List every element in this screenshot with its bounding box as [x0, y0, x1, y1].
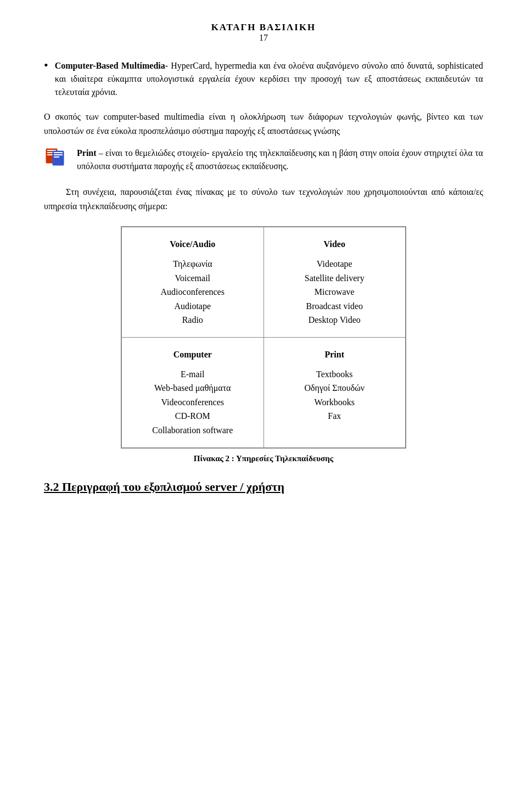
- list-item: Microwave: [275, 285, 395, 299]
- bullet-dot: •: [44, 57, 48, 74]
- list-item: Workbooks: [275, 395, 395, 410]
- svg-rect-7: [54, 156, 59, 158]
- table-caption: Πίνακας 2 : Υπηρεσίες Τηλεκπαίδευσης: [44, 454, 483, 463]
- list-item: Web-based μαθήματα: [133, 381, 253, 395]
- list-item: Videotape: [275, 257, 395, 271]
- print-term: Print: [77, 148, 97, 158]
- page-header: ΚΑΤΑΓΗ ΒΑΣΙΛΙΚΗ 17: [44, 22, 483, 43]
- video-items: Videotape Satellite delivery Microwave B…: [275, 257, 395, 327]
- print-content: – είναι το θεμελιώδες στοιχείο- εργαλείο…: [77, 148, 483, 171]
- table-cell-computer: Computer E-mail Web-based μαθήματα Video…: [122, 338, 264, 447]
- bullet-text-1: Computer-Based Multimedia- HyperCard, hy…: [55, 59, 483, 99]
- table-row-1: Voice/Audio Τηλεφωνία Voicemail Audiocon…: [122, 227, 405, 338]
- list-item: Desktop Video: [275, 313, 395, 327]
- list-item: E-mail: [133, 367, 253, 382]
- list-item: Broadcast video: [275, 299, 395, 313]
- svg-rect-6: [54, 154, 63, 155]
- list-item: Collaboration software: [133, 423, 253, 438]
- list-item: Voicemail: [133, 271, 253, 285]
- video-header: Video: [275, 237, 395, 251]
- print-header: Print: [275, 348, 395, 362]
- table-cell-video: Video Videotape Satellite delivery Micro…: [264, 227, 406, 337]
- document-title: ΚΑΤΑΓΗ ΒΑΣΙΛΙΚΗ: [44, 22, 483, 33]
- bullet-item-1: • Computer-Based Multimedia- HyperCard, …: [44, 59, 483, 99]
- table-cell-print: Print Textbooks Οδηγοί Σπουδών Workbooks…: [264, 338, 406, 447]
- intro-paragraph: Στη συνέχεια, παρουσιάζεται ένας πίνακας…: [44, 185, 483, 213]
- list-item: Textbooks: [275, 367, 395, 382]
- computer-items: E-mail Web-based μαθήματα Videoconferenc…: [133, 367, 253, 438]
- bullet-section: • Computer-Based Multimedia- HyperCard, …: [44, 59, 483, 99]
- svg-rect-5: [54, 152, 63, 153]
- list-item: Οδηγοί Σπουδών: [275, 381, 395, 395]
- svg-rect-3: [47, 154, 53, 155]
- book-icon: [44, 148, 68, 174]
- list-item: Audiotape: [133, 299, 253, 313]
- list-item: Τηλεφωνία: [133, 257, 253, 271]
- list-item: CD-ROM: [133, 409, 253, 423]
- list-item: Satellite delivery: [275, 271, 395, 285]
- section-heading-3-2: 3.2 Περιγραφή του εξοπλισμού server / χρ…: [44, 480, 483, 494]
- list-item: Radio: [133, 313, 253, 327]
- voice-audio-items: Τηλεφωνία Voicemail Audioconferences Aud…: [133, 257, 253, 327]
- print-section: Print – είναι το θεμελιώδες στοιχείο- ερ…: [44, 147, 483, 174]
- bullet-term: Computer-Based Multimedia: [55, 61, 165, 70]
- table-row-2: Computer E-mail Web-based μαθήματα Video…: [122, 338, 405, 447]
- computer-header: Computer: [133, 348, 253, 362]
- list-item: Fax: [275, 409, 395, 423]
- page-number: 17: [44, 33, 483, 43]
- list-item: Videoconferences: [133, 395, 253, 410]
- table-cell-voice-audio: Voice/Audio Τηλεφωνία Voicemail Audiocon…: [122, 227, 264, 337]
- print-items: Textbooks Οδηγοί Σπουδών Workbooks Fax: [275, 367, 395, 423]
- list-item: Audioconferences: [133, 285, 253, 299]
- print-text: Print – είναι το θεμελιώδες στοιχείο- ερ…: [77, 147, 483, 173]
- voice-audio-header: Voice/Audio: [133, 237, 253, 251]
- paragraph-1: Ο σκοπός των computer-based multimedia ε…: [44, 110, 483, 138]
- caption-text: Πίνακας 2 : Υπηρεσίες Τηλεκπαίδευσης: [194, 454, 333, 463]
- technology-table: Voice/Audio Τηλεφωνία Voicemail Audiocon…: [121, 226, 406, 448]
